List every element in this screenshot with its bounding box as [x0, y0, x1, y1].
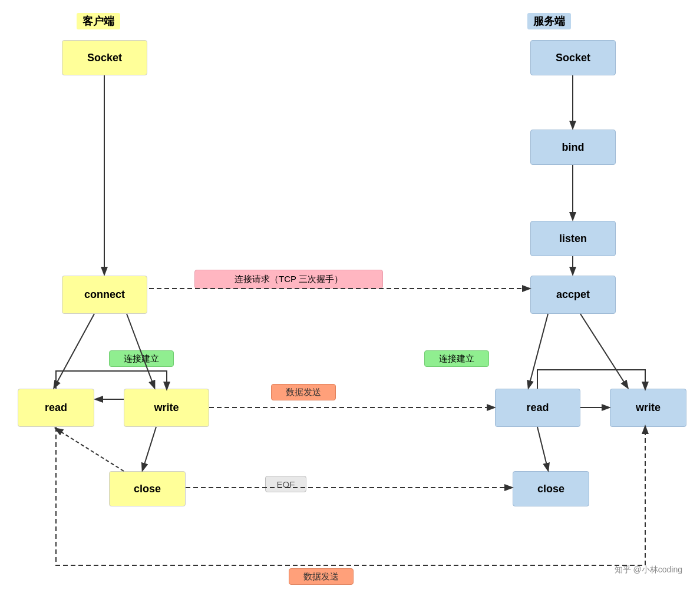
- server-socket-node: Socket: [530, 40, 616, 75]
- svg-line-6: [54, 314, 94, 387]
- client-read-node: read: [18, 389, 94, 427]
- server-accept-node: accpet: [530, 276, 616, 314]
- client-connect-node: connect: [62, 276, 147, 314]
- server-label: 服务端: [527, 13, 571, 29]
- server-bind-node: bind: [530, 130, 616, 165]
- svg-line-12: [580, 314, 628, 387]
- svg-line-14: [537, 427, 548, 470]
- client-label: 客户端: [77, 13, 120, 29]
- data-send-middle-label: 数据发送: [271, 384, 336, 400]
- server-listen-node: listen: [530, 221, 616, 256]
- watermark: 知乎 @小林coding: [615, 565, 682, 575]
- connection-established-client-label: 连接建立: [109, 350, 174, 367]
- svg-line-11: [529, 314, 548, 387]
- svg-line-9: [56, 429, 124, 471]
- client-write-node: write: [124, 389, 209, 427]
- connection-request-label: 连接请求（TCP 三次握手）: [194, 270, 383, 289]
- eof-label: EOF: [265, 476, 306, 492]
- client-socket-node: Socket: [62, 40, 147, 75]
- client-close-node: close: [109, 471, 186, 506]
- connection-established-server-label: 连接建立: [424, 350, 489, 367]
- diagram-container: 客户端 服务端 Socket connect read write close …: [0, 0, 700, 593]
- data-send-bottom-label: 数据发送: [289, 568, 354, 585]
- server-close-node: close: [513, 471, 589, 506]
- server-read-node: read: [495, 389, 580, 427]
- svg-line-8: [143, 427, 156, 470]
- server-write-node: write: [610, 389, 686, 427]
